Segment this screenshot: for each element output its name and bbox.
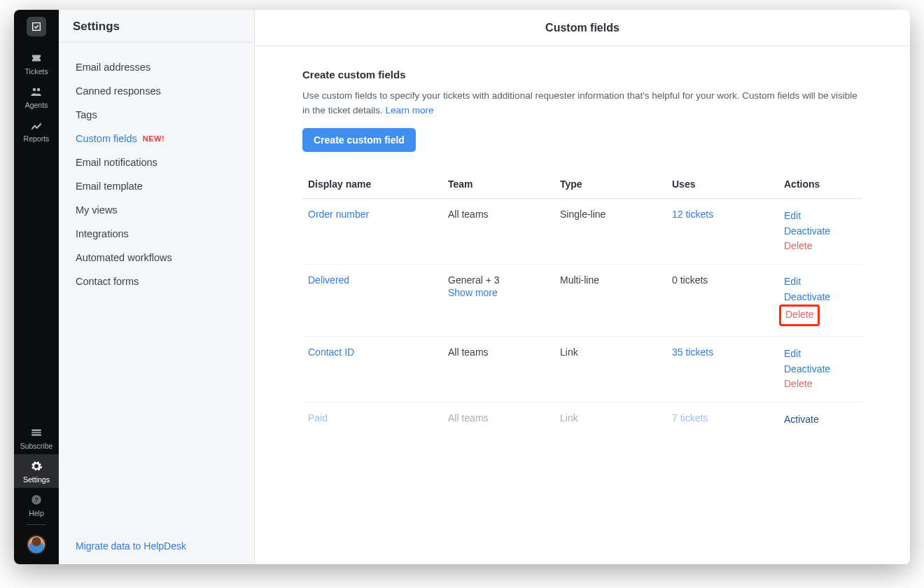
team-text: All teams <box>448 412 489 424</box>
nav-rail: Tickets Agents Reports Subscribe Setting… <box>14 10 59 564</box>
type-text: Single-line <box>554 198 666 264</box>
nav-item-settings[interactable]: Settings <box>14 454 59 488</box>
nav-item-subscribe[interactable]: Subscribe <box>14 421 59 454</box>
deactivate-action[interactable]: Deactivate <box>784 290 857 305</box>
nav-divider <box>27 524 46 525</box>
nav-label: Subscribe <box>20 442 53 450</box>
edit-action[interactable]: Edit <box>784 346 857 362</box>
field-name-link[interactable]: Order number <box>308 209 369 220</box>
settings-sidebar: Settings Email addressesCanned responses… <box>59 10 255 564</box>
svg-text:?: ? <box>34 497 38 503</box>
custom-fields-table: Display name Team Type Uses Actions Orde… <box>302 172 862 438</box>
nav-item-reports[interactable]: Reports <box>14 113 59 147</box>
col-actions: Actions <box>778 172 862 199</box>
help-icon: ? <box>30 493 43 506</box>
sidebar-item-email-addresses[interactable]: Email addresses <box>59 55 254 79</box>
nav-label: Reports <box>24 134 50 143</box>
uses-value[interactable]: 12 tickets <box>672 209 713 220</box>
new-badge: NEW! <box>143 134 164 143</box>
sidebar-item-label: Email addresses <box>76 62 150 73</box>
delete-action[interactable]: Delete <box>785 307 813 323</box>
col-type: Type <box>554 172 666 199</box>
section-description: Use custom fields to specify your ticket… <box>302 89 862 118</box>
nav-item-tickets[interactable]: Tickets <box>14 46 59 80</box>
table-row: Contact IDAll teamsLink35 ticketsEditDea… <box>302 336 862 402</box>
sidebar-list: Email addressesCanned responsesTagsCusto… <box>59 43 254 531</box>
sidebar-item-label: Tags <box>76 109 97 120</box>
checkbox-logo-icon <box>31 21 42 32</box>
migrate-link[interactable]: Migrate data to HelpDesk <box>76 540 186 552</box>
table-row: PaidAll teamsLink7 ticketsActivate <box>302 402 862 438</box>
table-row: Order numberAll teamsSingle-line12 ticke… <box>302 198 862 264</box>
field-name-link[interactable]: Contact ID <box>308 346 354 358</box>
sidebar-item-integrations[interactable]: Integrations <box>59 222 254 246</box>
team-text: General + 3 <box>448 274 500 286</box>
sidebar-item-email-template[interactable]: Email template <box>59 174 254 198</box>
sidebar-item-label: My views <box>76 204 118 216</box>
nav-item-agents[interactable]: Agents <box>14 80 59 113</box>
field-name-link[interactable]: Paid <box>308 412 328 424</box>
uses-value[interactable]: 7 tickets <box>672 412 708 424</box>
col-team: Team <box>442 172 554 199</box>
main-panel: Custom fields Create custom fields Use c… <box>255 10 910 564</box>
sidebar-item-label: Email template <box>76 181 143 192</box>
nav-label: Tickets <box>25 67 48 76</box>
sidebar-item-label: Contact forms <box>76 276 139 287</box>
show-more-teams[interactable]: Show more <box>448 287 549 298</box>
table-row: DeliveredGeneral + 3Show moreMulti-line0… <box>302 264 862 336</box>
create-custom-field-button[interactable]: Create custom field <box>302 128 416 152</box>
main-body: Create custom fields Use custom fields t… <box>255 46 910 451</box>
subscribe-icon <box>30 426 43 439</box>
section-title: Create custom fields <box>302 69 862 80</box>
uses-value[interactable]: 35 tickets <box>672 346 713 358</box>
delete-action[interactable]: Delete <box>784 239 857 254</box>
reports-icon <box>30 119 43 132</box>
table-header-row: Display name Team Type Uses Actions <box>302 172 862 199</box>
sidebar-item-automated-workflows[interactable]: Automated workflows <box>59 246 254 270</box>
type-text: Link <box>554 402 666 438</box>
ticket-icon <box>30 52 43 64</box>
col-uses: Uses <box>666 172 778 199</box>
nav-label: Help <box>29 509 44 517</box>
sidebar-item-label: Automated workflows <box>76 252 172 263</box>
app-logo[interactable] <box>27 17 46 36</box>
learn-more-link[interactable]: Learn more <box>386 105 434 115</box>
deactivate-action[interactable]: Deactivate <box>784 224 857 239</box>
app-shell: Tickets Agents Reports Subscribe Setting… <box>14 10 910 564</box>
nav-label: Settings <box>23 475 50 484</box>
sidebar-item-canned-responses[interactable]: Canned responses <box>59 79 254 103</box>
sidebar-item-email-notifications[interactable]: Email notifications <box>59 150 254 174</box>
team-text: All teams <box>448 209 489 220</box>
activate-action[interactable]: Activate <box>784 412 857 428</box>
uses-value: 0 tickets <box>672 274 708 286</box>
sidebar-footer: Migrate data to HelpDesk <box>59 531 254 564</box>
sidebar-title: Settings <box>59 10 254 43</box>
delete-highlight: Delete <box>779 304 820 326</box>
deactivate-action[interactable]: Deactivate <box>784 362 857 377</box>
agents-icon <box>30 85 43 98</box>
sidebar-item-label: Integrations <box>76 228 129 239</box>
sidebar-item-my-views[interactable]: My views <box>59 198 254 222</box>
delete-action[interactable]: Delete <box>784 377 857 392</box>
page-title: Custom fields <box>255 10 910 46</box>
sidebar-item-label: Canned responses <box>76 85 161 97</box>
edit-action[interactable]: Edit <box>784 209 857 224</box>
nav-item-help[interactable]: ? Help <box>14 488 59 522</box>
gear-icon <box>30 460 43 472</box>
type-text: Link <box>554 336 666 402</box>
sidebar-item-label: Custom fields <box>76 133 137 144</box>
sidebar-item-tags[interactable]: Tags <box>59 103 254 127</box>
field-name-link[interactable]: Delivered <box>308 274 349 286</box>
col-display-name: Display name <box>302 172 442 199</box>
sidebar-item-custom-fields[interactable]: Custom fieldsNEW! <box>59 127 254 150</box>
sidebar-item-label: Email notifications <box>76 157 158 168</box>
team-text: All teams <box>448 346 489 358</box>
edit-action[interactable]: Edit <box>784 274 857 290</box>
nav-label: Agents <box>25 101 48 109</box>
avatar[interactable] <box>27 535 46 554</box>
type-text: Multi-line <box>554 264 666 336</box>
sidebar-item-contact-forms[interactable]: Contact forms <box>59 270 254 293</box>
